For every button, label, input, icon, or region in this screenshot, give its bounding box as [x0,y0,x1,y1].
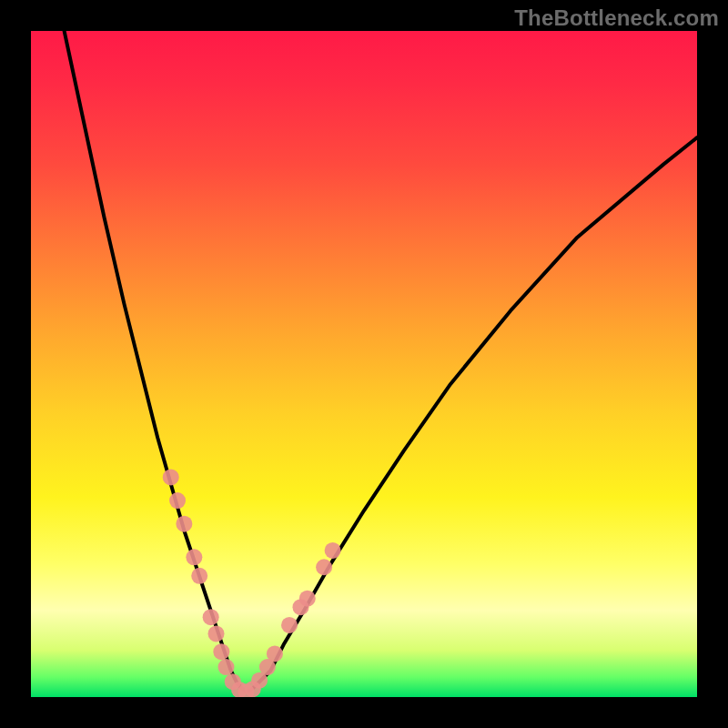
data-point [186,549,202,565]
bottleneck-curve [65,31,697,691]
data-point [217,659,234,675]
data-markers [163,469,341,697]
data-point [203,609,219,625]
data-point [208,625,225,642]
data-point [176,516,192,532]
data-point [213,643,229,660]
plot-area [31,31,697,697]
data-point [325,542,341,559]
data-point [191,568,207,584]
data-point [169,492,186,509]
data-point [267,645,283,662]
data-point [299,591,316,607]
curve-line [65,31,697,691]
data-point [316,559,332,575]
data-point [163,469,179,485]
chart-svg [31,31,697,697]
watermark: TheBottleneck.com [514,5,719,31]
data-point [281,617,298,633]
chart-container: TheBottleneck.com [0,0,728,728]
